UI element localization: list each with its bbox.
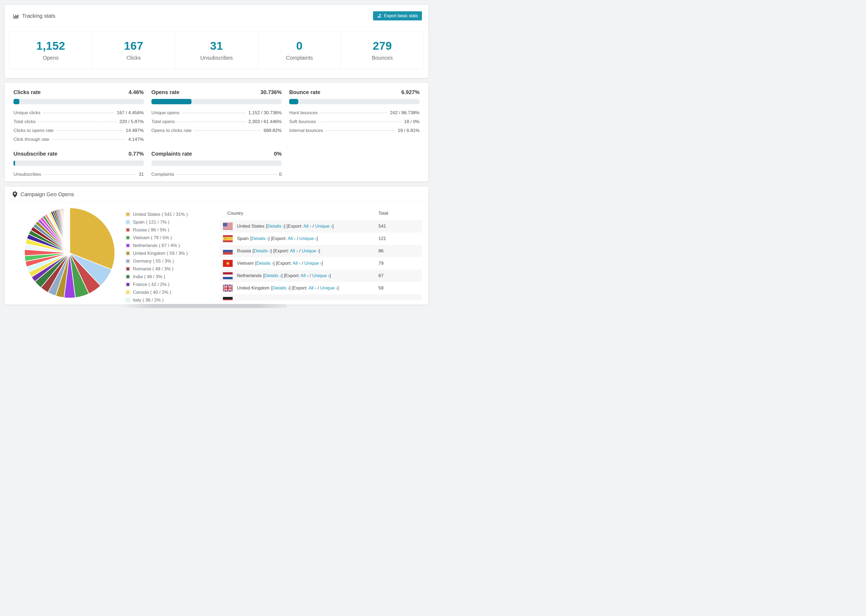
metric-value: 2,303 / 61.446% [249,119,282,124]
details-link[interactable]: Details › [252,236,268,241]
metric-value: 167 / 4.456% [117,110,143,116]
tracking-stats-card: Tracking stats Export basic stats 1,152O… [4,5,429,78]
progress-track [151,99,282,104]
progress-track [151,160,282,166]
details-link[interactable]: Details › [272,285,289,291]
progress-fill [13,99,19,104]
metric-row: Click through rate4.147% [13,135,144,144]
metric-label: Unique opens [151,110,179,116]
export-unique-link[interactable]: Unique › [304,261,321,266]
export-icon [377,13,382,19]
export-all-link[interactable]: All › [290,248,298,253]
details-link[interactable]: Details › [254,248,271,253]
metric-row: Opens to clicks rate689.82% [151,126,282,135]
stat-label: Unsubscribes [175,55,258,61]
legend-label: Spain ( 121 / 7% ) [133,220,169,225]
metric-row: Complaints0 [151,170,282,179]
geo-opens-pie-chart[interactable] [24,207,116,299]
export-unique-link[interactable]: Unique › [315,224,332,229]
legend-label: United Kingdom ( 59 / 3% ) [133,251,188,256]
metric-label: Click through rate [13,137,49,142]
legend-label: Italy ( 36 / 2% ) [133,297,164,303]
export-unique-link[interactable]: Unique › [301,248,319,253]
metric-label: Hard bounces [289,110,318,116]
export-all-link[interactable]: All › [288,236,295,241]
details-link[interactable]: Details › [265,273,281,278]
export-unique-link[interactable]: Unique › [312,273,329,278]
metric-row: Unsubscribes31 [13,170,144,179]
rate-panel-bounce: Bounce rate6.927%Hard bounces242 / 86.73… [289,89,420,144]
metric-label: Unsubscribes [13,172,41,177]
export-all-link[interactable]: All › [293,261,301,266]
campaign-geo-opens-card: Campaign Geo Opens United States ( 541 /… [4,186,429,305]
rate-panel-complaints: Complaints rate0%Complaints0 [151,151,282,179]
legend-swatch [126,228,130,232]
stat-value: 167 [92,39,175,52]
legend-item: Italy ( 36 / 2% ) [126,296,212,304]
rate-percent: 6.927% [401,89,420,96]
pie-legend: United States ( 541 / 31% )Spain ( 121 /… [126,211,212,305]
legend-item: Netherlands ( 67 / 4% ) [126,242,212,250]
dotted-leader [320,113,387,113]
stat-value: 31 [175,39,258,52]
rate-panel-unsubscribe: Unsubscribe rate0.77%Unsubscribes31 [13,151,144,179]
dotted-leader [182,113,246,113]
country-name: Netherlands [237,273,262,278]
export-all-link[interactable]: All › [303,224,311,229]
total-value: 541 [378,224,419,229]
legend-label: Vietnam ( 79 / 5% ) [133,235,172,240]
dotted-leader [178,121,246,122]
details-link[interactable]: Details › [267,224,284,229]
metric-label: Clicks to opens rate [13,128,54,133]
metric-label: Total clicks [13,119,36,124]
dotted-leader [43,113,114,113]
dotted-leader [177,174,277,175]
rate-percent: 0% [274,151,282,157]
metric-label: Total opens [151,119,175,124]
legend-item: Romania ( 49 / 3% ) [126,265,212,273]
export-all-link[interactable]: All › [309,285,316,291]
export-unique-link[interactable]: Unique › [320,285,337,291]
legend-label: Germany ( 55 / 3% ) [133,259,174,264]
rate-panel-clicks: Clicks rate4.46%Unique clicks167 / 4.456… [13,89,144,144]
metric-row: Total opens2,303 / 61.446% [151,117,282,126]
table-row: Vietnam[Details ›] [Export: All › / Uniq… [220,257,422,270]
legend-swatch [126,290,130,295]
legend-label: Russia ( 86 / 5% ) [133,227,169,233]
export-unique-link[interactable]: Unique › [299,236,316,241]
summary-stat-clicks: 167Clicks [92,31,175,69]
rates-grid: Clicks rate4.46%Unique clicks167 / 4.456… [5,83,428,185]
bottom-shadow-band [122,304,287,308]
stat-value: 1,152 [9,39,92,52]
metric-value: 14.497% [126,128,144,133]
export-all-link[interactable]: All › [301,273,309,278]
dotted-leader [319,121,402,122]
rate-percent: 0.77% [129,151,144,157]
rate-title: Bounce rate [289,89,320,96]
progress-fill [289,99,298,104]
legend-item: India ( 46 / 3% ) [126,273,212,281]
page-title: Tracking stats [13,13,55,19]
progress-track [13,99,144,104]
legend-swatch [126,298,130,302]
metric-row: Hard bounces242 / 86.738% [289,108,420,117]
legend-swatch [126,243,130,248]
dotted-leader [52,139,126,140]
details-link[interactable]: Details › [257,261,273,266]
geo-header: Campaign Geo Opens [5,187,428,203]
dotted-leader [326,130,395,131]
metric-label: Internal bounces [289,128,323,133]
flag-es [223,235,233,242]
stat-label: Bounces [341,55,424,61]
metric-value: 4.147% [128,137,144,142]
export-basic-stats-button[interactable]: Export basic stats [373,11,422,20]
country-name: Spain [237,236,249,241]
progress-fill [13,160,15,166]
metric-value: 689.82% [264,128,282,133]
legend-item: United Kingdom ( 59 / 3% ) [126,250,212,257]
summary-stat-complaints: 0Complaints [258,31,341,69]
summary-stat-unsubscribes: 31Unsubscribes [175,31,258,69]
legend-label: Canada ( 40 / 2% ) [133,290,171,295]
stat-label: Clicks [92,55,175,61]
table-row: Netherlands[Details ›] [Export: All › / … [220,270,422,282]
